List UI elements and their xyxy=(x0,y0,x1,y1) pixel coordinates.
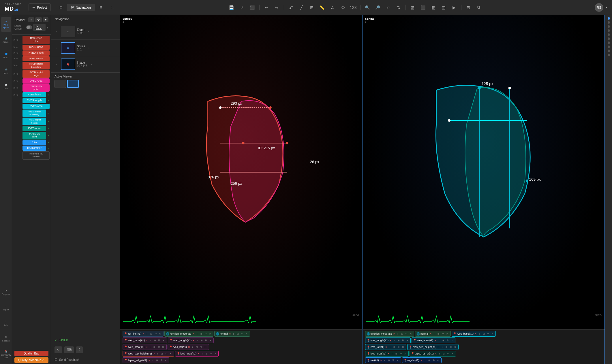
settings-label-btn[interactable]: ⚙ xyxy=(35,17,42,22)
label-btn-rvedbase[interactable]: RVED Base xyxy=(22,45,50,50)
rl6[interactable]: ⊞ xyxy=(392,345,396,349)
chip-r-normal-x[interactable]: ✕ xyxy=(430,333,432,335)
chip-rvedsepheight-x[interactable]: ✕ xyxy=(153,352,155,355)
d1[interactable]: ✕ xyxy=(162,338,166,342)
label-btn-rveslength[interactable]: RVES length xyxy=(22,98,46,103)
d5[interactable]: ✕ xyxy=(169,352,173,356)
i3[interactable]: i xyxy=(148,345,152,349)
i5[interactable]: i xyxy=(156,352,160,356)
chip-r-rvessepheight-x[interactable]: ✕ xyxy=(438,346,440,348)
dropdown-label-btn[interactable]: ▾ xyxy=(43,17,48,22)
d6[interactable]: ✕ xyxy=(213,352,217,356)
rd5[interactable]: ✕ xyxy=(450,338,454,342)
del-act-n[interactable]: ✕ xyxy=(245,332,249,336)
overlay-btn[interactable]: ◫ xyxy=(439,3,448,12)
ri11[interactable]: i xyxy=(423,358,427,362)
rc1[interactable]: ⧉ xyxy=(404,332,408,336)
rl10[interactable]: ⊞ xyxy=(387,358,391,362)
save-btn[interactable]: 💾 xyxy=(227,3,236,12)
crop-btn[interactable]: ⬛ xyxy=(248,3,257,12)
flip-v-btn[interactable]: ⇅ xyxy=(394,3,403,12)
sidebar-item-export[interactable]: ↑ Export xyxy=(1,301,11,315)
d3[interactable]: ✕ xyxy=(161,345,165,349)
chip-r-rveslat-x[interactable]: ✕ xyxy=(385,346,387,348)
rl2[interactable]: ⊞ xyxy=(437,332,441,336)
ri10[interactable]: i xyxy=(383,358,387,362)
ri6[interactable]: i xyxy=(388,345,392,349)
l1[interactable]: ⊞ xyxy=(153,338,157,342)
ri9[interactable]: i xyxy=(438,352,442,356)
scroll-dot-5[interactable] xyxy=(608,33,610,36)
c1[interactable]: ⧉ xyxy=(157,338,161,342)
scroll-dot-4[interactable] xyxy=(608,29,610,32)
zoom-in-btn[interactable]: 🔍 xyxy=(363,3,372,12)
sidebar-item-users[interactable]: 👥 Users xyxy=(1,48,11,63)
chip-r-radia-x[interactable]: ✕ xyxy=(420,359,423,362)
rl4[interactable]: ⊞ xyxy=(397,338,401,342)
i1[interactable]: i xyxy=(149,338,153,342)
ri5[interactable]: i xyxy=(437,338,441,342)
label-group-chevron[interactable]: ▾ xyxy=(47,26,48,29)
label-btn-tapseed[interactable]: TAPSE EDpoint xyxy=(22,84,50,92)
cursor-btn[interactable]: ↖ xyxy=(55,346,62,353)
chip-rvedarea-x[interactable]: ✕ xyxy=(146,346,148,348)
user-avatar[interactable]: RS xyxy=(595,3,603,12)
chip-rvedlength-x[interactable]: ✕ xyxy=(193,339,195,342)
viewer-thumb-right[interactable] xyxy=(67,80,79,88)
l5[interactable]: ⊞ xyxy=(160,352,164,356)
rd3[interactable]: ✕ xyxy=(490,332,494,336)
chip-r-rveslength-x[interactable]: ✕ xyxy=(390,339,392,342)
label-btn-rvesarea[interactable]: RVES Area xyxy=(22,104,50,109)
window-btn[interactable]: ▨ xyxy=(408,3,417,12)
copy-act-fm[interactable]: ⧉ xyxy=(204,332,208,336)
label-btn-lvedarea[interactable]: LVED Area xyxy=(22,78,50,84)
left-viewer-canvas[interactable]: SERIES 1 JPEG xyxy=(120,15,362,329)
rd4[interactable]: ✕ xyxy=(405,338,409,342)
chevron-down-icon[interactable]: ▾ xyxy=(606,5,607,9)
del-act[interactable]: ✕ xyxy=(158,332,162,336)
rc7[interactable]: ⧉ xyxy=(449,345,453,349)
i6[interactable]: i xyxy=(200,352,204,356)
sidebar-item-info[interactable]: ℹ Info xyxy=(1,316,11,331)
tab-default[interactable]: ◫ xyxy=(55,4,66,11)
chip-rvedbase-x[interactable]: ✕ xyxy=(146,339,148,342)
image-prev[interactable]: ‹ xyxy=(55,62,59,67)
ri3[interactable]: i xyxy=(477,332,481,336)
angle-btn[interactable]: ∠ xyxy=(328,3,337,12)
paint-btn[interactable]: 🖌 xyxy=(286,3,296,12)
rc11[interactable]: ⧉ xyxy=(432,358,436,362)
d4[interactable]: ✕ xyxy=(204,345,208,349)
info-act[interactable]: i xyxy=(145,332,149,336)
i2[interactable]: i xyxy=(195,338,199,342)
exam-thumbnail[interactable]: 🗂 xyxy=(61,26,75,37)
label-btn-refline[interactable]: ReferenceLine xyxy=(22,36,50,44)
layers-btn[interactable]: ⧉ xyxy=(474,3,483,12)
info-act-fm[interactable]: i xyxy=(195,332,199,336)
scroll-dot-9[interactable] xyxy=(608,50,610,52)
rd1[interactable]: ✕ xyxy=(409,332,413,336)
flip-h-btn[interactable]: ⇄ xyxy=(384,3,393,12)
i7[interactable]: i xyxy=(151,358,155,362)
exam-prev[interactable]: ‹ xyxy=(55,29,59,34)
d7[interactable]: ✕ xyxy=(164,358,168,362)
l4[interactable]: ⊞ xyxy=(195,345,199,349)
rl1[interactable]: ⊞ xyxy=(400,332,404,336)
tab-navigation[interactable]: 🗺 Navigation xyxy=(67,4,95,11)
image-thumbnail[interactable]: 🫀 xyxy=(61,59,75,70)
help-btn[interactable]: ? xyxy=(76,346,83,353)
share-btn[interactable]: ↗ xyxy=(237,3,247,12)
sidebar-item-settings[interactable]: ⚙ Settings xyxy=(1,332,11,346)
tab-expand[interactable]: ⛶ xyxy=(107,4,118,11)
sidebar-item-meet[interactable]: 📹 Meet xyxy=(1,64,11,78)
sidebar-item-community[interactable]: 📚 CommunityDocs xyxy=(1,347,11,362)
rc3[interactable]: ⧉ xyxy=(486,332,490,336)
info-act-n[interactable]: i xyxy=(232,332,236,336)
c2[interactable]: ⧉ xyxy=(204,338,208,342)
rd9[interactable]: ✕ xyxy=(450,352,455,356)
label-btn-rvedseptal[interactable]: RVED septalheight xyxy=(22,70,50,78)
rl3[interactable]: ⊞ xyxy=(482,332,486,336)
quality-moderate-btn[interactable]: Quality: Moderate ✓ xyxy=(14,357,48,363)
rd6[interactable]: ✕ xyxy=(401,345,405,349)
scroll-dot-7[interactable] xyxy=(608,42,610,44)
number-btn[interactable]: 123 xyxy=(349,3,358,12)
